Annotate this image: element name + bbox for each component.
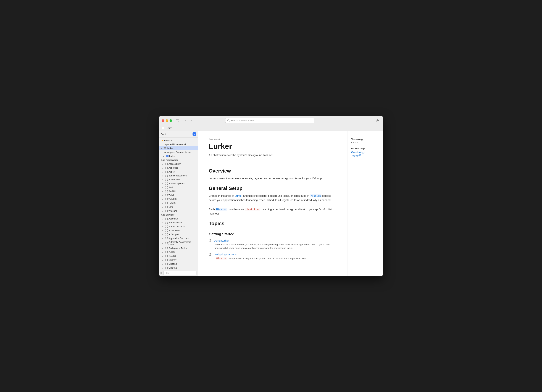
sidebar-item-workspace-docs[interactable]: Workspace Documentation — [159, 150, 198, 154]
chevron-icon: ▸ — [163, 206, 165, 208]
topics-heading: Topics — [209, 221, 337, 226]
back-button[interactable]: ‹ — [183, 118, 188, 123]
sidebar-item-label: WatchKit — [168, 210, 177, 212]
grid-icon — [165, 242, 168, 245]
sidebar-item-bundle-resources[interactable]: ▸ Bundle Resources — [159, 174, 198, 178]
breadcrumb-item[interactable]: Lurker — [166, 127, 172, 129]
sidebar-section-app-frameworks: App Frameworks — [159, 158, 198, 162]
sidebar-item-address-book[interactable]: ▸ Address Book — [159, 221, 198, 225]
forward-button[interactable]: › — [189, 118, 194, 123]
sidebar-item-imported-docs[interactable]: Imported Documentation — [159, 142, 198, 146]
grid-icon — [165, 255, 168, 257]
swift-arrow-icon[interactable]: ⌄ — [193, 132, 196, 136]
must-have-text: must have an — [227, 208, 244, 211]
chevron-icon: ▸ — [163, 183, 165, 185]
overview-anchor-link[interactable]: Overview ⊙ — [351, 151, 379, 154]
sidebar-item-callkit[interactable]: ▸ CallKit — [159, 250, 198, 254]
sidebar-item-label: ScreenCaptureKit — [168, 182, 186, 185]
sidebar-item-application-services[interactable]: ▸ Application Services — [159, 236, 198, 240]
sidebar-item-uikit[interactable]: ▸ UIKit — [159, 205, 198, 209]
sidebar-item-foundation[interactable]: ▸ Foundation — [159, 178, 198, 182]
sidebar-item-screencapturekit[interactable]: ▸ ScreenCaptureKit — [159, 182, 198, 186]
page-subtitle: An abstraction over the system's Backgro… — [209, 154, 337, 162]
sidebar-item-lurker-sub[interactable]: ▸ Lurker — [159, 154, 198, 158]
sidebar-item-featured[interactable]: ★ Featured — [159, 139, 198, 142]
sidebar-item-carekit[interactable]: ▸ CareKit — [159, 254, 198, 258]
sidebar-item-lurker-label: Lurker — [167, 147, 173, 150]
sidebar-item-label: CarPlay — [168, 259, 176, 261]
sidebar-item-background-tasks[interactable]: ▸ Background Tasks — [159, 246, 198, 250]
main-layout: Swift ⌄ ★ Featured Imported Documentatio… — [159, 131, 383, 276]
sidebar-item-watchkit[interactable]: ▸ WatchKit — [159, 209, 198, 213]
chevron-icon: ▸ — [163, 167, 165, 169]
sidebar-item-adservices[interactable]: ▸ AdServices — [159, 229, 198, 232]
sidebar-header: Swift ⌄ — [159, 131, 198, 138]
app-window: ‹ › Search documentation Lurker — [159, 116, 383, 276]
sidebar-item-appkit[interactable]: ▸ AppKit — [159, 170, 198, 174]
sidebar-item-label: AdServices — [168, 229, 180, 232]
overview-text: Lurker makes it super easy to isolate, r… — [209, 176, 337, 181]
chevron-icon: ▸ — [163, 259, 165, 261]
right-sidebar: Technology Lurker On This Page Overview … — [347, 131, 383, 276]
overview-link-text: Overview — [351, 151, 361, 154]
sidebar-item-tvuikit[interactable]: ▸ TVUIKit — [159, 201, 198, 205]
chevron-icon: ▸ — [163, 194, 165, 196]
sidebar-item-label: Bundle Resources — [168, 174, 187, 177]
designing-missions-link[interactable]: Designing Missions — [214, 253, 306, 256]
search-bar[interactable]: Search documentation — [225, 118, 314, 123]
grid-icon — [165, 182, 168, 185]
doc-icon — [209, 239, 212, 242]
mission-code-link[interactable]: Mission — [310, 194, 321, 197]
sidebar-item-classkit[interactable]: ▸ ClassKit — [159, 262, 198, 266]
sidebar-item-accessibility[interactable]: ▸ Accessibility — [159, 162, 198, 166]
svg-rect-5 — [163, 127, 164, 128]
minimize-button[interactable] — [166, 119, 168, 122]
chevron-icon: ▸ — [163, 251, 165, 253]
grid-icon — [165, 190, 168, 193]
sidebar-filter: ⌘ — [159, 270, 198, 276]
grid-icon — [165, 218, 168, 220]
sidebar-nav: ★ Featured Imported Documentation ▾ Lurk… — [159, 138, 198, 270]
sidebar-item-label: App Clips — [168, 167, 178, 169]
close-button[interactable] — [162, 119, 164, 122]
sidebar-item-address-book-ui[interactable]: ▸ Address Book UI — [159, 225, 198, 229]
sidebar-item-clockkit[interactable]: ▸ ClockKit — [159, 266, 198, 270]
using-lurker-link[interactable]: Using Lurker — [214, 239, 337, 242]
maximize-button[interactable] — [170, 119, 172, 122]
chevron-icon: ▸ — [163, 198, 165, 200]
sidebar-toggle-icon[interactable] — [176, 119, 179, 122]
filter-input[interactable] — [163, 271, 196, 275]
svg-rect-7 — [163, 128, 164, 129]
sidebar-item-tvml[interactable]: ▸ TVML — [159, 193, 198, 197]
identifier-code: identifier — [245, 208, 260, 211]
sidebar-item-adsupport[interactable]: ▸ AdSupport — [159, 232, 198, 236]
sidebar-item-swiftui[interactable]: ▸ SwiftUI — [159, 189, 198, 193]
sidebar-section-app-services: App Services — [159, 213, 198, 217]
star-icon: ★ — [161, 139, 163, 142]
swift-selector-label: Swift — [161, 133, 166, 135]
technology-heading: Technology — [351, 138, 379, 140]
sidebar-item-app-clips[interactable]: ▸ App Clips — [159, 166, 198, 170]
topics-anchor-link[interactable]: Topics ⊙ — [351, 154, 379, 157]
sidebar-item-carplay[interactable]: ▸ CarPlay — [159, 258, 198, 262]
sidebar-item-lurker-active[interactable]: ▾ Lurker — [159, 146, 198, 150]
chevron-icon: ▾ — [161, 147, 163, 149]
sidebar-item-label: TVUIKit — [168, 202, 176, 204]
sidebar-item-tvmlkit[interactable]: ▸ TVMLKit — [159, 197, 198, 201]
chevron-icon: ▸ — [163, 171, 165, 173]
grid-icon — [165, 263, 168, 265]
sidebar-item-swift[interactable]: ▸ Swift — [159, 186, 198, 189]
chevron-icon: ▸ — [163, 163, 165, 165]
share-button[interactable] — [375, 118, 380, 123]
sidebar-item-accounts[interactable]: ▸ Accounts — [159, 217, 198, 221]
main-content: Framework Lurker An abstraction over the… — [198, 131, 347, 276]
mission-code-link2[interactable]: Mission — [216, 208, 227, 211]
sidebar-item-automatic-assessment[interactable]: ▸ Automatic Assessment Confi… — [159, 240, 198, 246]
lurker-link[interactable]: Lurker — [235, 194, 243, 197]
grid-icon — [165, 186, 168, 189]
swift-selector[interactable]: Swift — [161, 133, 166, 135]
chevron-icon: ▸ — [163, 179, 165, 181]
technology-section: Technology Lurker — [351, 138, 379, 144]
chevron-icon: ▸ — [163, 230, 165, 231]
breadcrumb-bar: Lurker — [159, 125, 383, 131]
